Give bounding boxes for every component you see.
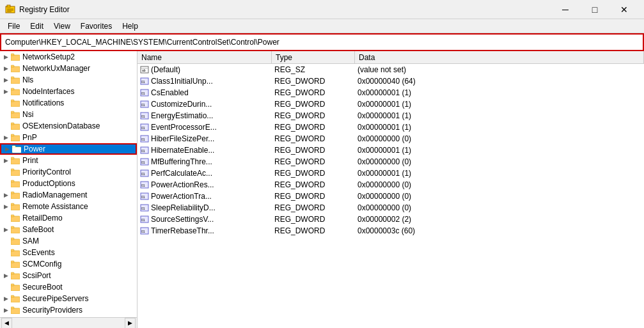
table-scroll[interactable]: ab (Default) REG_SZ (value not set) 01 C… [137, 64, 644, 328]
table-row[interactable]: 01 HibernateEnable... REG_DWORD 0x000000… [137, 144, 644, 156]
tree-item-remoteassistance[interactable]: ▶ Remote Assistance [0, 201, 137, 212]
table-row[interactable]: 01 CsEnabled REG_DWORD 0x00000001 (1) [137, 87, 644, 98]
minimize-button[interactable]: ─ [551, 0, 580, 19]
expand-pnp[interactable]: ▶ [1, 133, 10, 142]
tree-label-networkuxmanager: NetworkUxManager [22, 64, 90, 73]
folder-icon-osextensiondb [10, 121, 20, 131]
tree-item-securityproviders[interactable]: ▶ SecurityProviders [0, 304, 137, 316]
table-row[interactable]: 01 PowerActionTra... REG_DWORD 0x0000000… [137, 191, 644, 202]
tree-item-nls[interactable]: ▶ Nls [0, 74, 137, 86]
table-row[interactable]: 01 EventProcessorE... REG_DWORD 0x000000… [137, 121, 644, 133]
table-row[interactable]: 01 EnergyEstimatio... REG_DWORD 0x000000… [137, 110, 644, 121]
expand-productoptions[interactable] [1, 179, 10, 188]
expand-networkuxmanager[interactable]: ▶ [1, 64, 10, 73]
menu-favorites[interactable]: Favorites [75, 20, 117, 32]
col-header-name[interactable]: Name [137, 51, 272, 63]
tree-item-networksetup2[interactable]: ▶ NetworkSetup2 [0, 51, 137, 63]
table-row[interactable]: ab (Default) REG_SZ (value not set) [137, 64, 644, 75]
svg-text:ab: ab [142, 68, 146, 72]
expand-networksetup2[interactable]: ▶ [1, 52, 10, 61]
table-row[interactable]: 01 SourceSettingsV... REG_DWORD 0x000000… [137, 214, 644, 225]
tree-item-scsiport[interactable]: ▶ ScsiPort [0, 270, 137, 281]
svg-rect-24 [11, 157, 14, 159]
menu-edit[interactable]: Edit [25, 20, 49, 32]
table-row[interactable]: 01 HiberFileSizePer... REG_DWORD 0x00000… [137, 133, 644, 144]
expand-sam[interactable] [1, 237, 10, 246]
tree-item-osextensiondb[interactable]: OSExtensionDatabase [0, 120, 137, 132]
tree-item-power[interactable]: ▶ Power [0, 143, 137, 155]
tree-item-sam[interactable]: SAM [0, 235, 137, 247]
cell-type-11: REG_DWORD [272, 191, 355, 202]
expand-nodeinterfaces[interactable]: ▶ [1, 87, 10, 96]
maximize-button[interactable]: □ [580, 0, 609, 19]
menu-help[interactable]: Help [117, 20, 143, 32]
tree-item-pnp[interactable]: ▶ PnP [0, 132, 137, 143]
folder-icon-scmconfig [10, 259, 20, 269]
expand-retaildemo[interactable] [1, 214, 10, 223]
tree-scroll[interactable]: ▶ NetworkSetup2 ▶ NetworkUxManager ▶ Nls [0, 51, 137, 317]
col-header-data[interactable]: Data [355, 51, 644, 63]
cell-data-5: 0x00000001 (1) [355, 121, 644, 133]
tree-item-safeboot[interactable]: ▶ SafeBoot [0, 224, 137, 235]
expand-secureboot[interactable] [1, 283, 10, 292]
tree-item-scevents[interactable]: ScEvents [0, 247, 137, 258]
table-row[interactable]: 01 PerfCalculateAc... REG_DWORD 0x000000… [137, 168, 644, 179]
svg-rect-14 [11, 100, 14, 102]
expand-nls[interactable]: ▶ [1, 75, 10, 84]
col-header-type[interactable]: Type [272, 51, 355, 63]
table-row[interactable]: 01 MfBufferingThre... REG_DWORD 0x000000… [137, 156, 644, 168]
tree-item-securepipeservers[interactable]: ▶ SecurePipeServers [0, 293, 137, 304]
tree-item-nsi[interactable]: Nsi [0, 109, 137, 120]
expand-remoteassistance[interactable]: ▶ [1, 202, 10, 211]
expand-scsiport[interactable]: ▶ [1, 271, 10, 280]
svg-rect-11 [11, 90, 20, 95]
tree-item-nodeinterfaces[interactable]: ▶ NodeInterfaces [0, 86, 137, 97]
svg-rect-19 [11, 136, 20, 141]
cell-data-12: 0x00000000 (0) [355, 202, 644, 214]
menu-file[interactable]: File [3, 20, 25, 32]
expand-prioritycontrol[interactable] [1, 168, 10, 176]
tree-item-productoptions[interactable]: ProductOptions [0, 178, 137, 189]
expand-notifications[interactable] [1, 98, 10, 107]
expand-print[interactable]: ▶ [1, 156, 10, 165]
close-button[interactable]: ✕ [609, 0, 639, 19]
tree-item-print[interactable]: ▶ Print [0, 155, 137, 166]
table-row[interactable]: 01 TimerRebaseThr... REG_DWORD 0x0000003… [137, 225, 644, 237]
cell-name-3: 01 CustomizeDurin... [137, 98, 272, 110]
tree-item-networkuxmanager[interactable]: ▶ NetworkUxManager [0, 63, 137, 74]
expand-power[interactable]: ▶ [3, 144, 12, 153]
tree-item-radiomanagement[interactable]: ▶ RadioManagement [0, 189, 137, 201]
folder-icon-productoptions [10, 178, 20, 189]
expand-securityproviders[interactable]: ▶ [1, 306, 10, 315]
tree-label-sam: SAM [22, 237, 39, 246]
reg-dword-icon-4: 01 [140, 111, 149, 120]
cell-type-14: REG_DWORD [272, 225, 355, 237]
tree-item-secureboot[interactable]: SecureBoot [0, 281, 137, 293]
hscroll-right-arrow[interactable]: ▶ [125, 318, 136, 329]
cell-type-7: REG_DWORD [272, 144, 355, 156]
tree-item-prioritycontrol[interactable]: PriorityControl [0, 166, 137, 178]
table-row[interactable]: 01 SleepReliabilityD... REG_DWORD 0x0000… [137, 202, 644, 214]
title-bar-left: Registry Editor [5, 4, 70, 15]
expand-scmconfig[interactable] [1, 260, 10, 269]
table-row[interactable]: 01 CustomizeDurin... REG_DWORD 0x0000000… [137, 98, 644, 110]
cell-data-14: 0x0000003c (60) [355, 225, 644, 237]
hscroll-left-arrow[interactable]: ◀ [1, 318, 12, 329]
expand-radiomanagement[interactable]: ▶ [1, 191, 10, 199]
svg-text:01: 01 [141, 91, 145, 95]
folder-icon-power [12, 144, 22, 154]
expand-osextensiondb[interactable] [1, 121, 10, 130]
svg-text:01: 01 [141, 218, 145, 222]
expand-safeboot[interactable]: ▶ [1, 225, 10, 234]
address-bar[interactable]: Computer\HKEY_LOCAL_MACHINE\SYSTEM\Curre… [0, 33, 644, 51]
menu-view[interactable]: View [49, 20, 75, 32]
expand-securepipeservers[interactable]: ▶ [1, 294, 10, 303]
menu-bar: File Edit View Favorites Help [0, 19, 644, 33]
tree-item-notifications[interactable]: Notifications [0, 97, 137, 109]
tree-item-scmconfig[interactable]: SCMConfig [0, 258, 137, 270]
table-row[interactable]: 01 PowerActionRes... REG_DWORD 0x0000000… [137, 179, 644, 191]
expand-nsi[interactable] [1, 110, 10, 119]
tree-item-retaildemo[interactable]: RetailDemo [0, 212, 137, 224]
expand-scevents[interactable] [1, 248, 10, 257]
table-row[interactable]: 01 Class1InitialUnp... REG_DWORD 0x00000… [137, 75, 644, 87]
